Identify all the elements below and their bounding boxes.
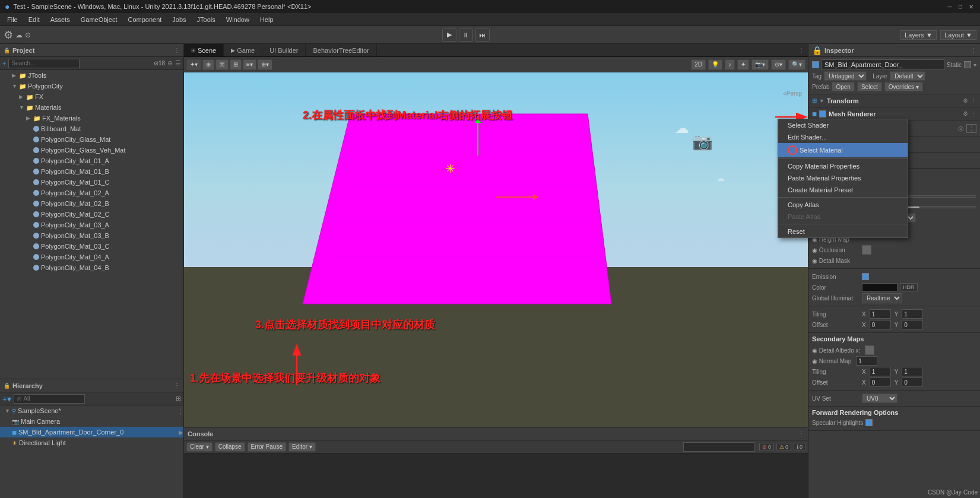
menu-edit[interactable]: Edit xyxy=(24,15,45,24)
ctx-copy-material-props[interactable]: Copy Material Properties xyxy=(808,160,908,172)
prefab-select-button[interactable]: Select xyxy=(857,82,882,91)
grid-button[interactable]: ⊞ xyxy=(230,59,242,70)
object-name-input[interactable] xyxy=(822,59,944,70)
project-item-fx[interactable]: ▶ 📁 FX xyxy=(0,91,183,102)
menu-window[interactable]: Window xyxy=(221,15,254,24)
scene-view[interactable]: 📷 ☁ ☁ ✳ «Persp 1.先在场景中选择我们要升级材质的对象 2.在属性… xyxy=(184,72,808,427)
project-item-polygoncity[interactable]: ▼ 📁 PolygonCity xyxy=(0,81,183,91)
pause-button[interactable]: ⏸ xyxy=(459,28,473,42)
hdr-button[interactable]: HDR xyxy=(900,283,918,291)
emission-checkbox[interactable] xyxy=(862,273,869,280)
emission-color-swatch[interactable] xyxy=(862,283,897,291)
menu-gameobject[interactable]: GameObject xyxy=(76,15,122,24)
project-item-mat03a[interactable]: ▶ PolygonCity_Mat_03_A xyxy=(0,220,183,230)
layer-dropdown[interactable]: Default xyxy=(890,71,925,81)
sec-tiling-y-input[interactable] xyxy=(902,367,923,376)
project-item-mat04a[interactable]: ▶ PolygonCity_Mat_04_A xyxy=(0,252,183,262)
console-menu-icon[interactable]: ⋮ xyxy=(798,430,804,437)
mesh-renderer-more-icon[interactable]: ⋮ xyxy=(971,110,976,117)
panel-menu-icon[interactable]: ⋮ xyxy=(174,47,180,53)
editor-button[interactable]: Editor ▾ xyxy=(288,442,316,452)
project-item-glass[interactable]: ▶ PolygonCity_Glass_Mat xyxy=(0,134,183,145)
transform-component-header[interactable]: ⊞ ▼ Transform ⚙ ⋮ xyxy=(808,94,980,107)
hierarchy-item-maincamera[interactable]: 📷 Main Camera xyxy=(0,416,183,427)
project-item-materials[interactable]: ▼ 📁 Materials xyxy=(0,102,183,113)
project-item-mat03b[interactable]: ▶ PolygonCity_Mat_03_B xyxy=(0,230,183,241)
occlusion-texture[interactable] xyxy=(862,245,871,255)
hierarchy-search-input[interactable] xyxy=(14,394,85,404)
window-controls[interactable]: ─ □ ✕ xyxy=(946,2,975,11)
console-search-input[interactable] xyxy=(683,442,754,452)
nav-button[interactable]: ⊕▾ xyxy=(258,59,272,70)
ctx-create-material-preset[interactable]: Create Material Preset xyxy=(808,184,908,196)
minimize-button[interactable]: ─ xyxy=(946,2,954,11)
view-zoom-toggle[interactable]: 🔍▾ xyxy=(788,59,805,70)
view-gizmos-toggle[interactable]: ⊙▾ xyxy=(771,59,786,70)
error-pause-button[interactable]: Error Pause xyxy=(248,442,286,452)
unity-icon[interactable]: ⚙ xyxy=(4,28,13,42)
tiling-x-input[interactable] xyxy=(870,309,891,319)
material-expand-button[interactable]: ⋮ xyxy=(966,124,976,133)
menu-component[interactable]: Component xyxy=(123,15,166,24)
object-active-checkbox[interactable] xyxy=(812,61,819,68)
ctx-paste-material-props[interactable]: Paste Material Properties xyxy=(808,172,908,184)
ctx-edit-shader[interactable]: Edit Shader... xyxy=(808,131,908,143)
project-item-mat02c[interactable]: ▶ PolygonCity_Mat_02_C xyxy=(0,209,183,220)
view-audio-toggle[interactable]: ♪ xyxy=(725,59,735,70)
cloud-icon[interactable]: ☁ xyxy=(15,31,23,39)
detail-albedo-texture[interactable] xyxy=(865,345,874,355)
menu-assets[interactable]: Assets xyxy=(46,15,75,24)
step-button[interactable]: ⏭ xyxy=(475,28,490,42)
tab-ui-builder[interactable]: UI Builder xyxy=(262,44,306,56)
prefab-open-button[interactable]: Open xyxy=(832,82,854,91)
specular-checkbox[interactable] xyxy=(865,419,873,426)
sec-tiling-x-input[interactable] xyxy=(870,367,891,376)
uv-set-dropdown[interactable]: UV0 xyxy=(862,394,897,403)
view-2d-toggle[interactable]: 2D xyxy=(691,59,706,70)
project-item-mat03c[interactable]: ▶ PolygonCity_Mat_03_C xyxy=(0,241,183,252)
shading-dropdown[interactable]: ✦▾ xyxy=(186,59,201,70)
ctx-reset[interactable]: Reset xyxy=(808,226,908,237)
maximize-button[interactable]: □ xyxy=(956,2,965,11)
layers-dropdown[interactable]: Layers ▼ xyxy=(900,30,937,40)
layout-dropdown[interactable]: Layout ▼ xyxy=(940,30,976,40)
collapse-button[interactable]: Collapse xyxy=(215,442,245,452)
sec-offset-x-input[interactable] xyxy=(870,378,891,387)
static-checkbox[interactable] xyxy=(964,61,971,68)
view-lighting-toggle[interactable]: 💡 xyxy=(708,59,722,70)
hierarchy-item-dirlight[interactable]: ☀ Directional Light xyxy=(0,437,183,448)
project-item-fx-materials[interactable]: ▶ 📁 FX_Materials xyxy=(0,113,183,123)
transform-more-icon[interactable]: ⋮ xyxy=(971,97,976,104)
project-item-billboard[interactable]: ▶ Billboard_Mat xyxy=(0,123,183,134)
tab-game[interactable]: ▶ Game xyxy=(224,44,262,56)
add-folder-icon[interactable]: + xyxy=(2,60,6,67)
offset-x-input[interactable] xyxy=(870,320,891,329)
menu-help[interactable]: Help xyxy=(255,15,278,24)
hierarchy-item-samplescene[interactable]: ▼ ⚲ SampleScene* ⋮ xyxy=(0,405,183,416)
item-options-icon[interactable]: ▶ xyxy=(179,429,183,436)
project-item-mat01a[interactable]: ▶ PolygonCity_Mat_01_A xyxy=(0,156,183,166)
menu-jtools[interactable]: JTools xyxy=(192,15,220,24)
project-item-mat01b[interactable]: ▶ PolygonCity_Mat_01_B xyxy=(0,166,183,177)
transform-settings-icon[interactable]: ⚙ xyxy=(963,97,968,104)
project-search-input[interactable] xyxy=(8,59,80,68)
2d-button[interactable]: ⊕ xyxy=(202,59,214,70)
clear-button[interactable]: Clear ▾ xyxy=(186,442,213,452)
project-item-jtools[interactable]: ▶ 📁 JTools xyxy=(0,70,183,81)
settings-icon[interactable]: ⊙ xyxy=(25,31,31,39)
prefab-overrides-button[interactable]: Overrides ▾ xyxy=(884,82,923,91)
sec-offset-y-input[interactable] xyxy=(902,378,923,387)
view-more-icon[interactable]: ⋮ xyxy=(795,47,808,53)
project-options-icon[interactable]: ☰ xyxy=(175,59,181,67)
add-hierarchy-icon[interactable]: +▾ xyxy=(2,394,11,404)
offset-y-input[interactable] xyxy=(902,320,923,329)
gi-dropdown[interactable]: Realtime xyxy=(862,293,902,303)
hierarchy-menu-icon[interactable]: ⋮ xyxy=(174,382,180,389)
menu-jobs[interactable]: Jobs xyxy=(167,15,191,24)
project-item-mat02b[interactable]: ▶ PolygonCity_Mat_02_B xyxy=(0,198,183,209)
tab-behavior-tree[interactable]: BehaviorTreeEditor xyxy=(306,44,376,56)
project-item-mat01c[interactable]: ▶ PolygonCity_Mat_01_C xyxy=(0,177,183,188)
close-button[interactable]: ✕ xyxy=(967,2,975,11)
inspector-menu-icon[interactable]: ⋮ xyxy=(971,47,976,53)
hierarchy-item-door[interactable]: ◼ SM_Bld_Apartment_Door_Corner_0 ▶ xyxy=(0,427,183,437)
